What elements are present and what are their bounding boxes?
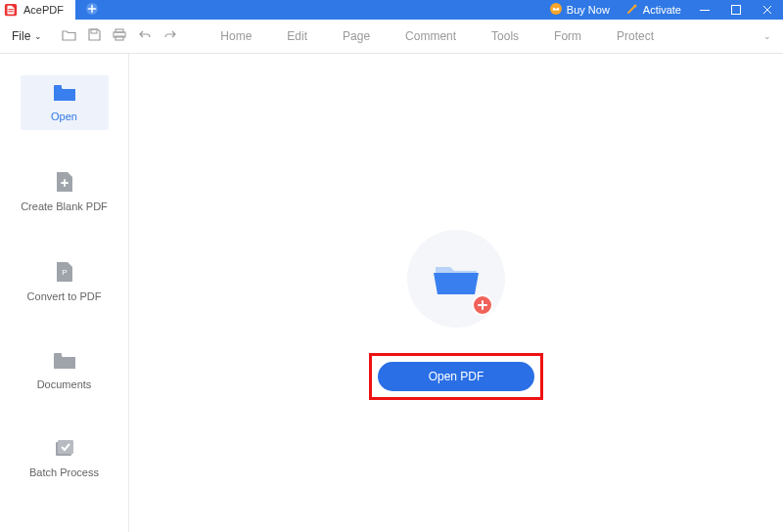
sidebar: Open Create Blank PDF P Convert to PDF D…: [0, 54, 129, 532]
svg-rect-8: [91, 29, 97, 33]
menu-tabs: Home Edit Page Comment Tools Form Protec…: [220, 29, 654, 43]
sidebar-item-convert[interactable]: P Convert to PDF: [21, 253, 109, 310]
center-open-area: Open PDF: [369, 230, 543, 400]
maximize-button[interactable]: [724, 4, 748, 16]
tab-tools[interactable]: Tools: [491, 29, 519, 43]
minimize-button[interactable]: [693, 4, 716, 16]
sidebar-item-documents[interactable]: Documents: [21, 343, 109, 398]
svg-rect-7: [732, 6, 741, 15]
sidebar-item-label: Open: [51, 111, 77, 122]
title-bar-right: Buy Now Activate: [545, 2, 783, 18]
open-illustration: [407, 230, 505, 328]
crown-icon: [549, 2, 563, 18]
expand-toggle-icon[interactable]: ⌄: [763, 31, 771, 41]
documents-folder-icon: [53, 351, 76, 373]
open-folder-icon: [432, 259, 481, 298]
chevron-down-icon: ⌄: [34, 31, 42, 41]
app-name: AcePDF: [23, 4, 64, 16]
buy-now-label: Buy Now: [567, 4, 610, 16]
svg-rect-16: [58, 440, 73, 454]
svg-rect-2: [8, 11, 13, 12]
sidebar-item-label: Convert to PDF: [27, 290, 102, 302]
svg-rect-1: [8, 9, 13, 10]
sidebar-item-label: Documents: [37, 378, 92, 390]
wand-icon: [625, 2, 639, 18]
main-toolbar: File ⌄ Home Edit Page Comment Tools Form…: [0, 20, 783, 54]
print-icon[interactable]: [113, 28, 126, 44]
redo-icon[interactable]: [163, 28, 177, 44]
svg-rect-14: [54, 353, 62, 357]
quick-actions: [48, 28, 191, 44]
tab-home[interactable]: Home: [220, 29, 252, 43]
svg-rect-12: [54, 85, 62, 89]
file-menu-label: File: [12, 29, 30, 43]
app-tab[interactable]: AcePDF: [0, 0, 75, 20]
main-area: Open PDF: [129, 54, 783, 532]
sidebar-item-label: Batch Process: [29, 466, 99, 478]
svg-rect-6: [700, 10, 710, 11]
close-button[interactable]: [756, 4, 779, 16]
tab-page[interactable]: Page: [343, 29, 370, 43]
tab-protect[interactable]: Protect: [617, 29, 654, 43]
tab-form[interactable]: Form: [554, 29, 581, 43]
plus-badge-icon: [472, 294, 493, 316]
title-bar: AcePDF Buy Now Activate: [0, 0, 783, 20]
tab-comment[interactable]: Comment: [405, 29, 456, 43]
activate-label: Activate: [643, 4, 681, 16]
batch-check-icon: [55, 439, 74, 461]
open-folder-icon[interactable]: [62, 28, 76, 44]
sidebar-item-batch[interactable]: Batch Process: [21, 431, 109, 486]
sidebar-item-open[interactable]: Open: [21, 75, 109, 130]
new-doc-icon: [56, 171, 73, 195]
app-logo-icon: [4, 3, 18, 17]
open-pdf-button[interactable]: Open PDF: [378, 362, 534, 391]
sidebar-item-label: Create Blank PDF: [21, 200, 108, 212]
folder-icon: [53, 83, 76, 105]
new-tab-button[interactable]: [85, 2, 99, 18]
svg-text:P: P: [62, 268, 67, 277]
undo-icon[interactable]: [138, 28, 152, 44]
sidebar-item-create-blank[interactable]: Create Blank PDF: [21, 163, 109, 220]
tab-edit[interactable]: Edit: [287, 29, 307, 43]
save-icon[interactable]: [88, 28, 101, 44]
activate-button[interactable]: Activate: [622, 2, 685, 18]
buy-now-button[interactable]: Buy Now: [545, 2, 614, 18]
svg-point-4: [550, 3, 562, 15]
file-menu[interactable]: File ⌄: [0, 29, 48, 43]
body: Open Create Blank PDF P Convert to PDF D…: [0, 54, 783, 532]
convert-icon: P: [56, 261, 73, 285]
annotation-highlight: Open PDF: [369, 353, 543, 400]
svg-point-5: [633, 5, 636, 8]
